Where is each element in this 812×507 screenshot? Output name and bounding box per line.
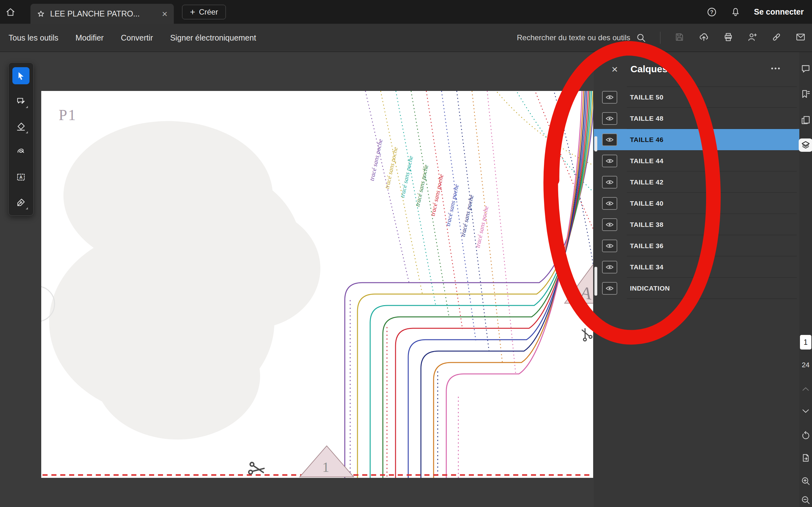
menu-convert[interactable]: Convertir (112, 33, 161, 43)
link-icon (771, 32, 781, 42)
select-tool[interactable] (12, 67, 30, 84)
create-button[interactable]: + Créer (182, 5, 226, 19)
layers-icon (801, 140, 810, 150)
current-page-input[interactable]: 1 (800, 335, 811, 349)
layer-visibility-toggle[interactable] (602, 239, 617, 252)
current-page-value: 1 (804, 338, 808, 347)
comments-panel-button[interactable] (801, 64, 811, 75)
layer-label: TAILLE 40 (630, 200, 664, 207)
notifications-button[interactable] (730, 7, 741, 17)
cloud-upload-icon (699, 32, 709, 43)
share-people-button[interactable] (747, 32, 757, 43)
pdf-page[interactable]: P1 (41, 91, 593, 478)
layer-label: TAILLE 44 (630, 157, 664, 165)
scissors-icon (579, 327, 592, 341)
email-button[interactable] (796, 32, 806, 43)
layer-visibility-toggle[interactable] (602, 112, 617, 125)
rotate-page-button[interactable] (801, 431, 810, 442)
menu-all-tools[interactable]: Tous les outils (0, 33, 67, 43)
upload-cloud-button[interactable] (699, 32, 709, 44)
save-icon (674, 32, 684, 42)
tab-bar: LEE PLANCHE PATRO... × + Créer ? Se conn… (0, 0, 812, 24)
layer-visibility-toggle[interactable] (602, 176, 617, 188)
layer-visibility-toggle[interactable] (602, 133, 617, 146)
svg-text:A: A (19, 175, 22, 180)
home-icon (5, 7, 15, 17)
tab-close-icon[interactable]: × (162, 9, 167, 19)
mail-icon (796, 32, 806, 42)
star-icon (37, 10, 45, 18)
panel-close-icon[interactable]: × (612, 64, 618, 74)
page-view-button[interactable] (801, 453, 810, 464)
layer-row[interactable]: TAILLE 40 (594, 193, 799, 214)
lasso-icon (16, 147, 26, 157)
layer-row[interactable]: TAILLE 50 (594, 87, 799, 108)
bookmarks-panel-button[interactable] (801, 89, 811, 101)
fill-sign-tool[interactable] (12, 194, 30, 211)
print-button[interactable] (723, 32, 733, 43)
svg-text:?: ? (710, 9, 713, 14)
text-select-tool[interactable]: A (12, 169, 30, 186)
bell-icon (730, 7, 741, 17)
dotted-fan (495, 91, 593, 268)
document-export-icon (801, 453, 810, 463)
share-link-button[interactable] (771, 32, 781, 43)
bookmark-icon (801, 89, 811, 99)
comment-icon (16, 96, 26, 106)
help-button[interactable]: ? (706, 7, 717, 17)
layer-row[interactable]: TAILLE 34 (594, 257, 799, 278)
highlight-tool[interactable] (12, 118, 30, 135)
layer-row[interactable]: INDICATION (594, 278, 799, 299)
scrollbar-thumb[interactable] (595, 267, 597, 296)
notch-label: 1 (322, 459, 329, 475)
zoom-out-button[interactable] (801, 495, 810, 506)
layer-row[interactable]: TAILLE 42 (594, 171, 799, 193)
toolbar-right: Rechercher du texte ou des outils (517, 32, 812, 44)
text-select-icon: A (16, 172, 26, 182)
home-button[interactable] (0, 0, 21, 24)
layer-row-selected[interactable]: TAILLE 46 (594, 129, 799, 150)
pattern-drawing: P1 (41, 91, 593, 478)
layer-label: INDICATION (630, 285, 670, 292)
chevron-down-icon (801, 406, 810, 416)
pages-panel-button[interactable] (801, 115, 811, 126)
layer-visibility-toggle[interactable] (602, 91, 617, 104)
previous-page-button[interactable] (801, 384, 810, 395)
menu-esign[interactable]: Signer électroniquement (161, 33, 264, 43)
main-toolbar: Tous les outils Modifier Convertir Signe… (0, 24, 812, 52)
pages-icon (801, 115, 811, 125)
layer-row[interactable]: TAILLE 48 (594, 108, 799, 129)
layer-label: TAILLE 34 (630, 263, 664, 271)
panel-options-button[interactable] (770, 63, 781, 75)
layer-label: TAILLE 36 (630, 242, 664, 250)
layer-row[interactable]: TAILLE 38 (594, 214, 799, 235)
sign-in-button[interactable]: Se connecter (754, 7, 804, 16)
tab-title: LEE PLANCHE PATRO... (50, 9, 157, 18)
layer-row[interactable]: TAILLE 44 (594, 150, 799, 171)
save-button[interactable] (674, 32, 684, 43)
layers-panel-header: × Calques (594, 52, 799, 87)
layer-visibility-toggle[interactable] (602, 282, 617, 295)
layers-panel-button[interactable] (799, 138, 812, 152)
layer-visibility-toggle[interactable] (602, 197, 617, 210)
pen-nib-icon (16, 198, 26, 207)
plus-icon: + (190, 8, 195, 16)
document-tab[interactable]: LEE PLANCHE PATRO... × (31, 4, 174, 24)
trace-label: tracé sans poche (474, 205, 490, 248)
layer-row[interactable]: TAILLE 36 (594, 235, 799, 257)
next-page-button[interactable] (801, 406, 810, 417)
comment-tool[interactable] (12, 93, 30, 110)
layer-label: TAILLE 46 (630, 136, 664, 144)
scrollbar-thumb[interactable] (595, 136, 597, 152)
search-field[interactable]: Rechercher du texte ou des outils (517, 33, 646, 43)
layer-visibility-toggle[interactable] (602, 218, 617, 231)
acrobat-window: LEE PLANCHE PATRO... × + Créer ? Se conn… (0, 0, 812, 507)
total-pages-label: 24 (802, 361, 809, 369)
menu-edit[interactable]: Modifier (67, 33, 112, 43)
draw-tool[interactable] (12, 143, 30, 160)
zoom-in-button[interactable] (801, 476, 810, 487)
ellipsis-icon (770, 63, 781, 74)
layer-visibility-toggle[interactable] (602, 155, 617, 167)
layers-list: TAILLE 50 TAILLE 48 TAILLE 46 TAILLE 44 … (594, 87, 799, 299)
layer-visibility-toggle[interactable] (602, 261, 617, 274)
